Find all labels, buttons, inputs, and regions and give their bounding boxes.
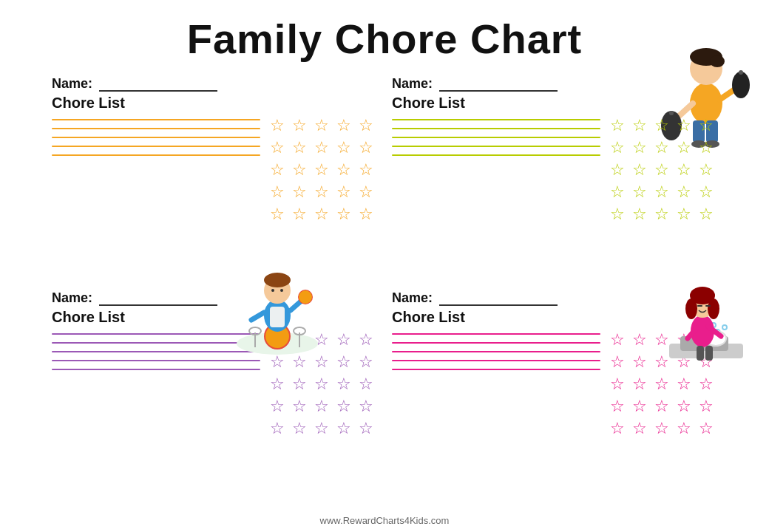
chore-line[interactable] (392, 360, 600, 361)
star[interactable]: ☆ (652, 160, 671, 180)
star[interactable]: ☆ (697, 160, 716, 180)
star[interactable]: ☆ (630, 330, 649, 349)
star[interactable]: ☆ (312, 138, 331, 157)
chore-line[interactable] (392, 351, 600, 352)
star[interactable]: ☆ (356, 397, 376, 416)
star[interactable]: ☆ (356, 419, 376, 438)
chore-line[interactable] (52, 360, 260, 361)
star[interactable]: ☆ (674, 138, 694, 157)
name-underline-2[interactable] (439, 90, 558, 92)
star[interactable]: ☆ (268, 397, 287, 416)
star[interactable]: ☆ (312, 160, 331, 180)
star[interactable]: ☆ (334, 116, 353, 135)
chore-line[interactable] (392, 154, 600, 156)
star[interactable]: ☆ (674, 116, 694, 135)
star[interactable]: ☆ (697, 138, 716, 157)
star[interactable]: ☆ (290, 160, 309, 180)
star[interactable]: ☆ (334, 352, 353, 372)
star[interactable]: ☆ (312, 419, 331, 438)
star[interactable]: ☆ (268, 375, 287, 394)
chore-line[interactable] (52, 137, 260, 138)
star[interactable]: ☆ (630, 419, 649, 438)
star[interactable]: ☆ (356, 183, 376, 202)
star[interactable]: ☆ (356, 116, 376, 135)
star[interactable]: ☆ (312, 183, 331, 202)
star[interactable]: ☆ (334, 205, 353, 224)
chore-line[interactable] (392, 342, 600, 344)
star[interactable]: ☆ (697, 183, 716, 202)
star[interactable]: ☆ (697, 419, 716, 438)
star[interactable]: ☆ (268, 183, 287, 202)
star[interactable]: ☆ (608, 183, 627, 202)
star[interactable]: ☆ (674, 205, 694, 224)
star[interactable]: ☆ (356, 138, 376, 157)
star[interactable]: ☆ (697, 397, 716, 416)
star[interactable]: ☆ (290, 397, 309, 416)
name-underline-3[interactable] (99, 304, 217, 306)
chore-line[interactable] (392, 119, 600, 120)
star[interactable]: ☆ (608, 352, 627, 372)
chore-line[interactable] (52, 369, 260, 370)
chore-line[interactable] (52, 146, 260, 147)
star[interactable]: ☆ (334, 183, 353, 202)
chore-line[interactable] (52, 128, 260, 129)
star[interactable]: ☆ (652, 419, 671, 438)
chore-line[interactable] (392, 369, 600, 370)
star[interactable]: ☆ (608, 160, 627, 180)
star[interactable]: ☆ (290, 116, 309, 135)
star[interactable]: ☆ (290, 419, 309, 438)
star[interactable]: ☆ (312, 375, 331, 394)
star[interactable]: ☆ (630, 138, 649, 157)
star[interactable]: ☆ (312, 397, 331, 416)
star[interactable]: ☆ (608, 397, 627, 416)
star[interactable]: ☆ (697, 205, 716, 224)
star[interactable]: ☆ (674, 183, 694, 202)
star[interactable]: ☆ (630, 183, 649, 202)
name-underline-4[interactable] (439, 304, 558, 306)
star[interactable]: ☆ (356, 352, 376, 372)
star[interactable]: ☆ (630, 205, 649, 224)
star[interactable]: ☆ (334, 419, 353, 438)
chore-line[interactable] (392, 146, 600, 147)
star[interactable]: ☆ (630, 397, 649, 416)
star[interactable]: ☆ (630, 375, 649, 394)
star[interactable]: ☆ (652, 397, 671, 416)
star[interactable]: ☆ (290, 375, 309, 394)
star[interactable]: ☆ (268, 116, 287, 135)
chore-line[interactable] (392, 128, 600, 129)
chore-line[interactable] (52, 119, 260, 120)
chore-line[interactable] (52, 154, 260, 156)
star[interactable]: ☆ (630, 352, 649, 372)
star[interactable]: ☆ (697, 375, 716, 394)
star[interactable]: ☆ (268, 160, 287, 180)
star[interactable]: ☆ (356, 160, 376, 180)
star[interactable]: ☆ (290, 205, 309, 224)
star[interactable]: ☆ (697, 116, 716, 135)
star[interactable]: ☆ (674, 160, 694, 180)
star[interactable]: ☆ (608, 375, 627, 394)
star[interactable]: ☆ (356, 330, 376, 349)
star[interactable]: ☆ (290, 183, 309, 202)
star[interactable]: ☆ (334, 330, 353, 349)
star[interactable]: ☆ (630, 160, 649, 180)
star[interactable]: ☆ (652, 138, 671, 157)
star[interactable]: ☆ (652, 183, 671, 202)
chore-line[interactable] (392, 137, 600, 138)
star[interactable]: ☆ (268, 205, 287, 224)
star[interactable]: ☆ (268, 419, 287, 438)
star[interactable]: ☆ (674, 375, 694, 394)
star[interactable]: ☆ (608, 116, 627, 135)
star[interactable]: ☆ (652, 375, 671, 394)
star[interactable]: ☆ (630, 116, 649, 135)
star[interactable]: ☆ (608, 419, 627, 438)
star[interactable]: ☆ (652, 116, 671, 135)
star[interactable]: ☆ (290, 138, 309, 157)
star[interactable]: ☆ (652, 205, 671, 224)
star[interactable]: ☆ (608, 205, 627, 224)
star[interactable]: ☆ (334, 138, 353, 157)
star[interactable]: ☆ (334, 397, 353, 416)
star[interactable]: ☆ (312, 205, 331, 224)
name-underline-1[interactable] (99, 90, 217, 92)
star[interactable]: ☆ (674, 419, 694, 438)
star[interactable]: ☆ (608, 330, 627, 349)
